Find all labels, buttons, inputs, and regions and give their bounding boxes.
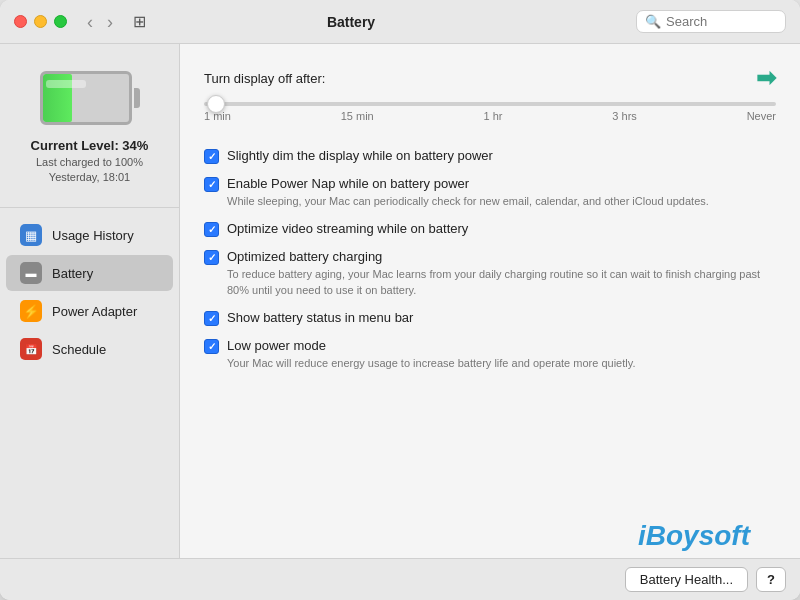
checkbox-battery-status[interactable] (204, 311, 219, 326)
slider-tick-never: Never (747, 110, 776, 122)
sidebar-item-usage-history[interactable]: ▦ Usage History (6, 217, 173, 253)
minimize-button[interactable] (34, 15, 47, 28)
last-charged-time: Yesterday, 18:01 (49, 171, 130, 183)
checkbox-power-nap[interactable] (204, 177, 219, 192)
checkbox-optimized-charging[interactable] (204, 250, 219, 265)
battery-tip (134, 88, 140, 108)
option-low-power-mode: Low power mode Your Mac will reduce ener… (204, 332, 776, 377)
checkbox-dim-display[interactable] (204, 149, 219, 164)
slider-track (204, 102, 776, 106)
slider-tick-15min: 15 min (341, 110, 374, 122)
schedule-icon: 📅 (20, 338, 42, 360)
option-row: Optimize video streaming while on batter… (204, 221, 776, 237)
battery-reflection (46, 80, 86, 88)
search-input[interactable] (666, 14, 777, 29)
title-bar: ‹ › ⊞ Battery 🔍 (0, 0, 800, 44)
option-optimized-charging: Optimized battery charging To reduce bat… (204, 243, 776, 304)
slider-tick-1hr: 1 hr (484, 110, 503, 122)
sidebar: Current Level: 34% Last charged to 100% … (0, 44, 180, 558)
help-button[interactable]: ? (756, 567, 786, 592)
option-label: Optimize video streaming while on batter… (227, 221, 468, 236)
slider-wrapper (204, 102, 776, 106)
battery-graphic (40, 68, 140, 128)
sidebar-item-label: Battery (52, 266, 93, 281)
option-row: Show battery status in menu bar (204, 310, 776, 326)
option-row: Enable Power Nap while on battery power (204, 176, 776, 192)
usage-history-icon: ▦ (20, 224, 42, 246)
arrow-indicator: ➡ (756, 64, 776, 92)
power-adapter-icon: ⚡ (20, 300, 42, 322)
slider-label-row: Turn display off after: ➡ (204, 64, 776, 92)
sidebar-divider (0, 207, 179, 208)
option-desc: While sleeping, your Mac can periodicall… (227, 194, 776, 209)
last-charged-text: Last charged to 100% (36, 156, 143, 168)
search-icon: 🔍 (645, 14, 661, 29)
slider-label-text: Turn display off after: (204, 71, 325, 86)
checkbox-low-power-mode[interactable] (204, 339, 219, 354)
option-power-nap: Enable Power Nap while on battery power … (204, 170, 776, 215)
slider-tick-3hrs: 3 hrs (612, 110, 636, 122)
sidebar-item-schedule[interactable]: 📅 Schedule (6, 331, 173, 367)
main-content: Current Level: 34% Last charged to 100% … (0, 44, 800, 558)
sidebar-item-battery[interactable]: ▬ Battery (6, 255, 173, 291)
battery-health-button[interactable]: Battery Health... (625, 567, 748, 592)
sidebar-item-label: Schedule (52, 342, 106, 357)
option-battery-status: Show battery status in menu bar (204, 304, 776, 332)
battery-icon: ▬ (20, 262, 42, 284)
maximize-button[interactable] (54, 15, 67, 28)
option-row: Slightly dim the display while on batter… (204, 148, 776, 164)
right-panel: Turn display off after: ➡ 1 min 15 min 1… (180, 44, 800, 558)
option-label: Low power mode (227, 338, 326, 353)
option-video-streaming: Optimize video streaming while on batter… (204, 215, 776, 243)
option-row: Optimized battery charging (204, 249, 776, 265)
battery-info: Current Level: 34% Last charged to 100% … (0, 60, 179, 199)
option-desc: Your Mac will reduce energy usage to inc… (227, 356, 776, 371)
search-box[interactable]: 🔍 (636, 10, 786, 33)
option-desc: To reduce battery aging, your Mac learns… (227, 267, 776, 298)
bottom-bar: Battery Health... ? (0, 558, 800, 600)
slider-section: Turn display off after: ➡ 1 min 15 min 1… (204, 64, 776, 122)
option-label: Show battery status in menu bar (227, 310, 413, 325)
option-row: Low power mode (204, 338, 776, 354)
slider-thumb[interactable] (207, 95, 225, 113)
option-label: Enable Power Nap while on battery power (227, 176, 469, 191)
battery-body (40, 71, 132, 125)
option-label: Slightly dim the display while on batter… (227, 148, 493, 163)
sidebar-item-label: Usage History (52, 228, 134, 243)
sidebar-item-label: Power Adapter (52, 304, 137, 319)
sidebar-item-power-adapter[interactable]: ⚡ Power Adapter (6, 293, 173, 329)
window-title: Battery (76, 14, 626, 30)
traffic-lights (14, 15, 67, 28)
options-section: Slightly dim the display while on batter… (204, 142, 776, 378)
checkbox-video-streaming[interactable] (204, 222, 219, 237)
battery-level-text: Current Level: 34% (31, 138, 149, 153)
slider-labels: 1 min 15 min 1 hr 3 hrs Never (204, 110, 776, 122)
option-dim-display: Slightly dim the display while on batter… (204, 142, 776, 170)
close-button[interactable] (14, 15, 27, 28)
option-label: Optimized battery charging (227, 249, 382, 264)
